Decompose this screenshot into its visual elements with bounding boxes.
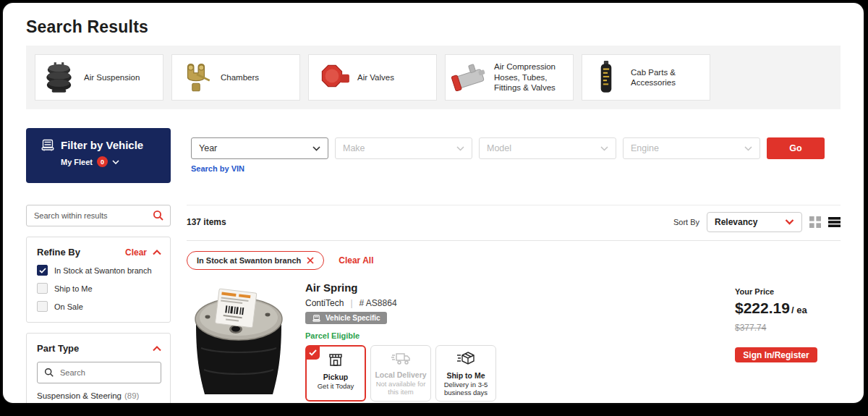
filter-option-on-sale[interactable]: On Sale [37,301,161,312]
category-label: Air Valves [357,72,394,82]
search-within-results-input[interactable] [34,211,153,220]
page-title: Search Results [26,3,841,37]
filter-chip-in-stock[interactable]: In Stock at Swanton branch [187,251,324,270]
engine-select[interactable]: Engine [623,137,760,159]
fulfillment-options: Pickup Get it Today Local Delivery [305,345,551,402]
sort-select[interactable]: Relevancy [707,212,802,232]
air-suspension-image [41,59,77,96]
refine-by-section: Refine By Clear In Stock at Swanton bran… [26,237,171,323]
my-fleet-count-badge: 0 [97,156,108,167]
price-value: $222.19 [735,300,790,317]
category-card-chambers[interactable]: Chambers [171,54,300,101]
product-image[interactable] [188,281,289,396]
search-icon [44,368,54,378]
engine-select-value: Engine [631,143,659,153]
checkbox-unchecked[interactable] [37,301,48,312]
chevron-down-icon [744,146,752,151]
part-type-count: (89) [124,391,139,400]
make-select-value: Make [343,143,365,153]
my-fleet-toggle[interactable]: My Fleet 0 [41,156,171,167]
part-type-search-input[interactable] [60,368,154,377]
category-label: Cab Parts & Accessories [631,67,704,88]
brand-name[interactable]: ContiTech [305,298,344,308]
part-type-title: Part Type [37,343,79,354]
grid-view-button[interactable] [809,216,821,228]
model-select[interactable]: Model [479,137,616,159]
sort-by-label: Sort By [673,218,699,226]
truck-icon [41,139,55,151]
part-type-section: Part Type Suspension & Steering(89) Cab … [26,333,171,404]
filter-option-in-stock[interactable]: In Stock at Swanton branch [37,265,161,276]
vehicle-specific-badge: Vehicle Specific [305,312,387,324]
parcel-eligible-label: Parcel Eligible [305,331,551,340]
separator: | [350,298,352,308]
refine-clear-link[interactable]: Clear [125,247,147,258]
product-title[interactable]: Air Spring [305,281,551,294]
fulfillment-title: Pickup [310,373,362,381]
fulfillment-title: Ship to Me [439,371,493,380]
chevron-up-icon[interactable] [153,250,161,255]
ship-to-me-option[interactable]: Ship to Me Delivery in 3-5 business days [435,345,496,402]
list-view-button[interactable] [828,216,841,228]
product-card: Air Spring ContiTech | # AS8864 Vehicle … [187,281,841,404]
delivery-truck-icon [391,351,411,365]
make-select[interactable]: Make [335,137,472,159]
sign-in-register-button[interactable]: Sign In/Register [735,347,817,362]
chevron-down-icon [785,219,794,225]
selected-check-icon [306,346,320,360]
part-type-item-suspension[interactable]: Suspension & Steering(89) [37,391,161,400]
my-fleet-label: My Fleet [61,158,93,166]
search-results-page: Search Results Air Suspension Chambers [1,1,865,404]
chevron-down-icon [112,160,119,164]
results-count: 137 items [187,217,226,227]
air-compression-image [451,59,488,96]
search-by-vin-link[interactable]: Search by VIN [191,164,244,173]
part-number: # AS8864 [359,298,397,308]
checkbox-unchecked[interactable] [37,283,48,294]
chevron-up-icon[interactable] [153,346,161,352]
category-strip: Air Suspension Chambers Air Valves [26,46,841,109]
year-select[interactable]: Year [191,137,328,159]
fulfillment-subtitle: Get it Today [310,382,362,390]
part-type-label: Suspension & Steering [37,391,122,400]
category-card-air-valves[interactable]: Air Valves [308,54,437,101]
product-brand-row: ContiTech | # AS8864 [305,298,551,308]
close-icon[interactable] [307,257,314,264]
filter-chip-label: In Stock at Swanton branch [197,256,301,265]
chevron-down-icon [312,146,320,151]
cab-parts-image [588,59,624,96]
category-label: Air Suspension [84,72,140,82]
package-icon [457,351,475,366]
search-within-results-box [26,205,171,226]
filter-by-vehicle-title: Filter by Vehicle [61,139,143,151]
go-button[interactable]: Go [767,137,825,159]
category-card-air-compression[interactable]: Air Compression Hoses, Tubes, Fittings &… [445,54,574,101]
store-icon [327,352,344,368]
year-select-value: Year [199,143,217,153]
category-card-cab-parts[interactable]: Cab Parts & Accessories [582,54,710,101]
price-column: Your Price $222.19 / ea $377.74 Sign In/… [735,281,841,404]
truck-icon [312,315,321,322]
part-type-search-box [37,362,161,383]
vehicle-selects: Year Make Model Engine Go Search by VIN [191,128,825,183]
sort-select-value: Relevancy [715,217,757,227]
active-filters-row: In Stock at Swanton branch Clear All [187,251,841,270]
refine-by-title: Refine By [37,247,80,258]
price-unit: / ea [791,305,807,315]
filters-sidebar: Refine By Clear In Stock at Swanton bran… [26,205,171,404]
category-card-air-suspension[interactable]: Air Suspension [35,54,163,101]
search-icon[interactable] [153,210,164,221]
vehicle-filter-row: Filter by Vehicle My Fleet 0 Year Make M [26,128,841,183]
category-label: Air Compression Hoses, Tubes, Fittings &… [494,61,567,93]
results-header: 137 items Sort By Relevancy [187,205,841,241]
filter-option-ship-to-me[interactable]: Ship to Me [37,283,161,294]
filter-option-label: In Stock at Swanton branch [54,266,152,275]
category-label: Chambers [221,72,259,82]
vehicle-specific-label: Vehicle Specific [326,314,380,322]
pickup-option[interactable]: Pickup Get it Today [305,345,366,402]
filter-option-label: On Sale [54,302,83,311]
clear-all-link[interactable]: Clear All [339,255,373,266]
filter-by-vehicle-panel: Filter by Vehicle My Fleet 0 [26,128,171,183]
results-main: 137 items Sort By Relevancy [187,205,841,404]
checkbox-checked[interactable] [37,265,48,276]
